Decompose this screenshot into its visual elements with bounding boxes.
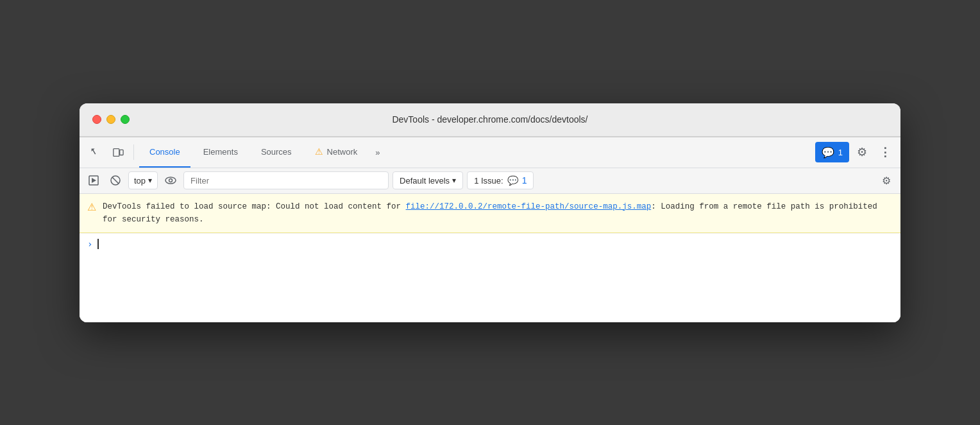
chat-icon: 💬 — [822, 146, 834, 159]
tab-network[interactable]: ⚠ Network — [305, 137, 368, 168]
dropdown-chevron-icon: ▾ — [148, 176, 152, 185]
context-selector[interactable]: top ▾ — [128, 171, 158, 189]
network-warning-icon: ⚠ — [315, 146, 323, 157]
prompt-icon: › — [87, 239, 92, 249]
window-title: DevTools - developer.chrome.com/docs/dev… — [92, 114, 888, 125]
devtools-panel: Console Elements Sources ⚠ Network » 💬 1 — [80, 137, 900, 322]
console-input-row: › — [80, 233, 900, 254]
svg-marker-3 — [92, 178, 96, 183]
maximize-button[interactable] — [121, 115, 130, 124]
more-vert-icon: ⋮ — [879, 145, 891, 159]
devtools-window: DevTools - developer.chrome.com/docs/dev… — [80, 103, 900, 322]
title-bar: DevTools - developer.chrome.com/docs/dev… — [80, 103, 900, 137]
warning-icon: ⚠ — [87, 201, 96, 213]
close-button[interactable] — [92, 115, 101, 124]
settings-button[interactable]: ⚙ — [852, 142, 872, 162]
minimize-button[interactable] — [106, 115, 115, 124]
tab-elements[interactable]: Elements — [193, 137, 248, 168]
cursor — [97, 239, 99, 249]
main-toolbar: Console Elements Sources ⚠ Network » 💬 1 — [80, 137, 900, 168]
svg-line-5 — [112, 177, 119, 184]
console-gear-icon: ⚙ — [882, 175, 891, 187]
more-tabs-button[interactable]: » — [370, 137, 385, 168]
traffic-lights — [92, 115, 130, 124]
eye-button[interactable] — [162, 171, 180, 189]
console-settings-button[interactable]: ⚙ — [877, 171, 895, 189]
inspect-element-button[interactable] — [85, 142, 105, 162]
toolbar-right: 💬 1 ⚙ ⋮ — [815, 142, 895, 162]
log-levels-dropdown[interactable]: Default levels ▾ — [393, 171, 463, 189]
toolbar-divider-1 — [133, 144, 134, 160]
warning-text: DevTools failed to load source map: Coul… — [103, 200, 890, 226]
warning-link[interactable]: file://172.0.0.2/remote-file-path/source… — [406, 202, 652, 211]
svg-rect-1 — [120, 150, 123, 155]
filter-input[interactable] — [183, 171, 389, 189]
svg-point-6 — [165, 177, 176, 184]
clear-console-button[interactable] — [106, 171, 124, 189]
issues-count-button[interactable]: 1 Issue: 💬 1 — [467, 171, 534, 189]
issues-chat-icon: 💬 — [507, 175, 518, 186]
levels-chevron-icon: ▾ — [452, 176, 456, 185]
console-content: ⚠ DevTools failed to load source map: Co… — [80, 194, 900, 322]
warning-text-before: DevTools failed to load source map: Coul… — [103, 202, 406, 211]
run-script-button[interactable] — [85, 171, 103, 189]
gear-icon: ⚙ — [857, 145, 867, 159]
svg-rect-0 — [114, 149, 119, 157]
tab-sources[interactable]: Sources — [251, 137, 302, 168]
issues-button[interactable]: 💬 1 — [815, 142, 849, 162]
svg-point-7 — [169, 179, 173, 182]
console-toolbar: top ▾ Default levels ▾ 1 Issue: 💬 1 — [80, 168, 900, 194]
device-toolbar-button[interactable] — [108, 142, 128, 162]
warning-message: ⚠ DevTools failed to load source map: Co… — [80, 194, 900, 233]
more-options-button[interactable]: ⋮ — [875, 142, 895, 162]
tab-console[interactable]: Console — [139, 137, 190, 168]
